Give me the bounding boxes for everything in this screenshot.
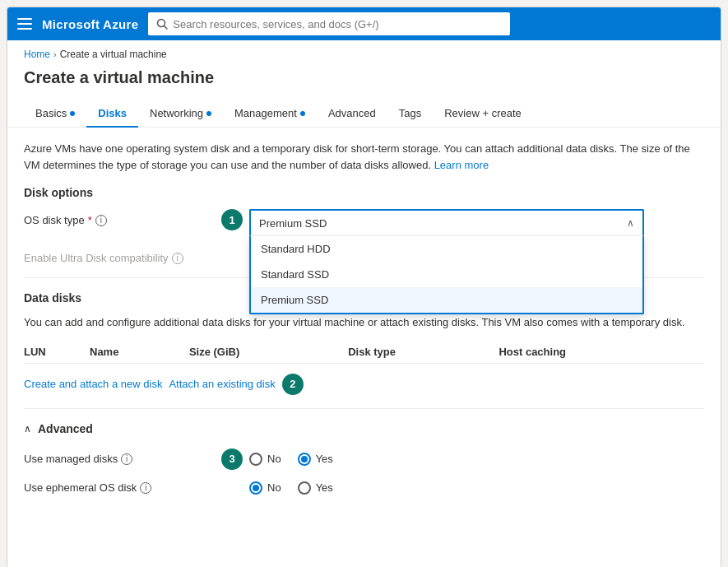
col-lun: LUN bbox=[24, 341, 90, 364]
svg-line-4 bbox=[165, 26, 168, 30]
ephemeral-os-row: Use ephemeral OS disk i No Yes bbox=[24, 481, 704, 495]
tab-basics[interactable]: Basics bbox=[24, 100, 86, 128]
managed-disks-row: Use managed disks i 3 No Yes bbox=[24, 448, 704, 470]
breadcrumb-home[interactable]: Home bbox=[24, 49, 50, 60]
breadcrumb-separator: › bbox=[53, 49, 57, 59]
tab-networking[interactable]: Networking bbox=[138, 100, 223, 128]
ephemeral-yes-option[interactable]: Yes bbox=[298, 481, 333, 495]
dropdown-item-standard-ssd[interactable]: Standard SSD bbox=[251, 262, 642, 287]
page-title: Create a virtual machine bbox=[7, 65, 721, 100]
networking-dot bbox=[206, 111, 211, 116]
data-disks-description: You can add and configure additional dat… bbox=[24, 314, 704, 331]
tab-tags[interactable]: Tags bbox=[387, 100, 433, 128]
managed-disks-yes-circle bbox=[298, 453, 311, 466]
dropdown-item-standard-hdd[interactable]: Standard HDD bbox=[251, 236, 642, 262]
ultra-disk-info-icon[interactable]: i bbox=[172, 253, 183, 264]
disk-options-heading: Disk options bbox=[24, 186, 704, 199]
disk-table: LUN Name Size (GiB) Disk type Host cachi… bbox=[24, 341, 704, 364]
ephemeral-os-radio-group: No Yes bbox=[249, 481, 333, 495]
management-dot bbox=[300, 111, 305, 116]
ultra-disk-label: Enable Ultra Disk compatibility i bbox=[24, 247, 221, 264]
managed-disks-radio-group: No Yes bbox=[249, 453, 333, 466]
ephemeral-yes-circle bbox=[298, 481, 311, 495]
os-disk-type-dropdown[interactable]: Premium SSD ∧ Standard HDD Standard SSD … bbox=[249, 209, 644, 235]
svg-rect-2 bbox=[17, 28, 32, 30]
col-host-caching: Host caching bbox=[498, 341, 704, 364]
disk-actions: Create and attach a new disk Attach an e… bbox=[24, 374, 704, 395]
svg-rect-0 bbox=[17, 18, 32, 20]
tab-management[interactable]: Management bbox=[223, 100, 317, 128]
dropdown-item-premium-ssd[interactable]: Premium SSD bbox=[251, 287, 642, 313]
managed-disks-no-circle bbox=[249, 453, 262, 466]
ephemeral-os-info-icon[interactable]: i bbox=[140, 482, 151, 494]
managed-disks-info-icon[interactable]: i bbox=[121, 453, 132, 465]
advanced-section-title: Advanced bbox=[38, 422, 93, 435]
ephemeral-os-label: Use ephemeral OS disk i bbox=[24, 481, 221, 494]
ephemeral-no-option[interactable]: No bbox=[249, 481, 281, 495]
attach-existing-disk-button[interactable]: Attach an existing disk bbox=[169, 378, 275, 390]
learn-more-link[interactable]: Learn more bbox=[434, 159, 489, 171]
step-bubble-2: 2 bbox=[282, 374, 304, 395]
breadcrumb-current: Create a virtual machine bbox=[60, 49, 167, 60]
ephemeral-no-circle bbox=[249, 481, 262, 495]
col-size: Size (GiB) bbox=[189, 341, 348, 364]
tab-review-create[interactable]: Review + create bbox=[433, 100, 533, 128]
info-text: Azure VMs have one operating system disk… bbox=[24, 141, 704, 173]
chevron-up-icon: ∧ bbox=[24, 423, 31, 435]
create-attach-disk-button[interactable]: Create and attach a new disk bbox=[24, 378, 162, 390]
managed-disks-yes-option[interactable]: Yes bbox=[298, 453, 333, 466]
required-marker: * bbox=[88, 214, 92, 226]
dropdown-arrow-icon: ∧ bbox=[627, 217, 634, 229]
step-bubble-1: 1 bbox=[221, 209, 243, 230]
dropdown-selected-value[interactable]: Premium SSD ∧ bbox=[249, 209, 644, 235]
os-disk-type-row: OS disk type * i 1 Premium SSD ∧ Standar… bbox=[24, 209, 704, 235]
col-name: Name bbox=[90, 341, 189, 364]
advanced-section-header[interactable]: ∧ Advanced bbox=[24, 422, 704, 435]
tabs-container: Basics Disks Networking Management Advan… bbox=[7, 100, 721, 128]
divider-2 bbox=[24, 408, 704, 409]
os-disk-type-label: OS disk type * i bbox=[24, 209, 221, 226]
os-disk-info-icon[interactable]: i bbox=[95, 215, 107, 226]
search-input[interactable] bbox=[173, 18, 502, 30]
col-disk-type: Disk type bbox=[348, 341, 498, 364]
hamburger-icon[interactable] bbox=[17, 18, 32, 30]
svg-rect-1 bbox=[17, 23, 32, 25]
managed-disks-label: Use managed disks i bbox=[24, 453, 221, 465]
managed-disks-no-option[interactable]: No bbox=[249, 453, 281, 466]
azure-logo: Microsoft Azure bbox=[42, 17, 138, 31]
breadcrumb: Home › Create a virtual machine bbox=[7, 40, 721, 65]
tab-advanced[interactable]: Advanced bbox=[317, 100, 387, 128]
step-bubble-3: 3 bbox=[221, 448, 243, 470]
tab-disks[interactable]: Disks bbox=[86, 100, 138, 128]
basics-dot bbox=[70, 111, 75, 116]
dropdown-list: Standard HDD Standard SSD Premium SSD bbox=[249, 235, 644, 314]
